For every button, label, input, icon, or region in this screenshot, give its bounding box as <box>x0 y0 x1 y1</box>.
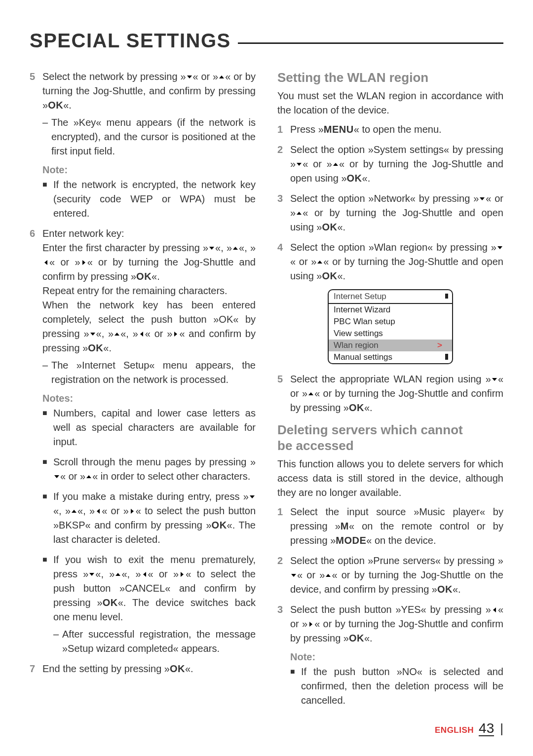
dash: – <box>42 115 51 158</box>
dash: – <box>42 358 51 387</box>
note-label: Note: <box>290 651 503 663</box>
t: «. <box>152 271 160 282</box>
step-number: 6 <box>30 227 42 387</box>
t: After successful registration, the messa… <box>62 627 256 656</box>
menu-row-selected: Wlan region > <box>329 340 452 351</box>
step-number: 2 <box>277 554 290 597</box>
step-body: Select the input source »Music player« b… <box>290 505 503 548</box>
up-icon <box>71 508 77 515</box>
right-icon <box>129 508 136 515</box>
title-rule <box>238 42 503 44</box>
t: If the network is encrypted, the network… <box>53 178 256 221</box>
menu-header: Internet Setup <box>329 290 452 304</box>
ok-label: OK <box>48 100 63 111</box>
left-icon <box>42 259 49 266</box>
ok-label: OK <box>136 271 152 282</box>
t: «. <box>364 633 373 643</box>
down-icon <box>88 571 95 578</box>
menu-row: View settings <box>329 328 452 340</box>
t: «, » <box>121 568 141 579</box>
down-icon <box>491 376 498 383</box>
step-body: Select the network by pressing »« or »« … <box>42 70 256 158</box>
left-icon <box>138 331 145 338</box>
t: «. <box>63 100 72 111</box>
step-number: 1 <box>277 505 290 548</box>
para: Scroll through the menu pages by pressin… <box>53 455 256 484</box>
bullet-icon: ■ <box>42 490 53 547</box>
up-icon <box>307 390 314 397</box>
para: When the network key has been entered co… <box>42 298 256 355</box>
ok-label: OK <box>347 173 362 184</box>
t: «, » <box>95 568 114 579</box>
bullet-icon: ■ <box>42 553 53 656</box>
t: «. <box>185 663 193 674</box>
step-body: Select the option »Network« by pressing … <box>290 191 503 234</box>
t: Select the network by pressing » <box>42 71 186 82</box>
t: Numbers, capital and lower case letters … <box>53 406 256 449</box>
step-number: 3 <box>277 603 290 645</box>
t: Select the option »Network« by pressing … <box>290 193 479 204</box>
t: «. <box>103 342 112 353</box>
t: « or » <box>193 71 219 82</box>
step-body: Press »MENU« to open the menu. <box>290 122 503 137</box>
step-body: Select the option »Wlan region« by press… <box>290 240 503 283</box>
step-body: Select the push button »YES« by pressing… <box>290 603 503 645</box>
notes-label: Notes: <box>42 393 256 404</box>
down-icon <box>296 161 303 168</box>
t: Select the appropriate WLAN region using… <box>290 374 491 384</box>
wlan-step-3: 3 Select the option »Network« by pressin… <box>277 191 503 234</box>
left-column: 5 Select the network by pressing »« or »… <box>30 70 256 714</box>
left-icon <box>491 606 498 613</box>
up-icon <box>332 161 339 168</box>
t: « or » <box>297 569 325 580</box>
t: be accessed <box>277 438 354 453</box>
para: If you make a mistake during entry, pres… <box>53 490 256 547</box>
menu-label: MENU <box>324 124 354 135</box>
t: «. <box>364 402 373 413</box>
note-item: ■ If the push button »NO« is selected an… <box>290 665 503 708</box>
t: « or » <box>49 257 80 267</box>
up-icon <box>325 572 332 579</box>
wlan-step-5: 5 Select the appropriate WLAN region usi… <box>277 372 503 415</box>
t: Repeat entry for the remaining character… <box>42 284 256 298</box>
step-number: 5 <box>30 70 42 158</box>
t: « or » <box>102 505 129 516</box>
t: The »Key« menu appears (if the network i… <box>51 115 256 158</box>
left-icon <box>95 508 102 515</box>
intro-text: This function allows you to delete serve… <box>277 457 503 500</box>
down-icon <box>496 244 503 251</box>
t: Select the option »Wlan region« by press… <box>290 242 496 253</box>
step-number: 7 <box>30 662 42 676</box>
menu-preview: Internet Setup Internet Wizard PBC Wlan … <box>328 289 453 364</box>
left-icon <box>141 571 148 578</box>
ok-label: OK <box>170 663 185 674</box>
right-icon <box>172 331 179 338</box>
page-title: SPECIAL SETTINGS <box>30 30 238 52</box>
down-icon <box>53 473 60 480</box>
t: «. <box>453 584 461 595</box>
t: « in order to select other characters. <box>92 471 250 482</box>
step-body: End the setting by pressing »OK«. <box>42 662 256 676</box>
intro-text: You must set the WLAN region in accordan… <box>277 89 503 117</box>
menu-row: Manual settings <box>329 351 452 363</box>
wlan-step-1: 1 Press »MENU« to open the menu. <box>277 122 503 137</box>
page-title-wrap: SPECIAL SETTINGS <box>30 30 503 52</box>
note-item: ■ If you make a mistake during entry, pr… <box>42 490 256 547</box>
t: « or » <box>303 158 332 169</box>
down-icon <box>208 245 215 252</box>
section-heading-wlan: Setting the WLAN region <box>277 70 503 86</box>
t: If you make a mistake during entry, pres… <box>53 491 249 502</box>
t: Scroll through the menu pages by pressin… <box>53 456 256 467</box>
down-icon <box>290 572 297 579</box>
ok-label: OK <box>103 597 118 608</box>
t: «, » <box>239 242 256 253</box>
para: Enter the first character by pressing »«… <box>42 241 256 284</box>
substep: – The »Internet Setup« menu appears, the… <box>42 358 256 387</box>
ok-label: OK <box>322 222 338 232</box>
t: «. <box>338 270 346 281</box>
t: Deleting servers which cannot <box>277 422 463 437</box>
m-key: M <box>341 521 349 531</box>
t: Press » <box>290 124 324 135</box>
ok-label: OK <box>349 633 364 643</box>
footer-page-number: 43 <box>479 721 494 736</box>
